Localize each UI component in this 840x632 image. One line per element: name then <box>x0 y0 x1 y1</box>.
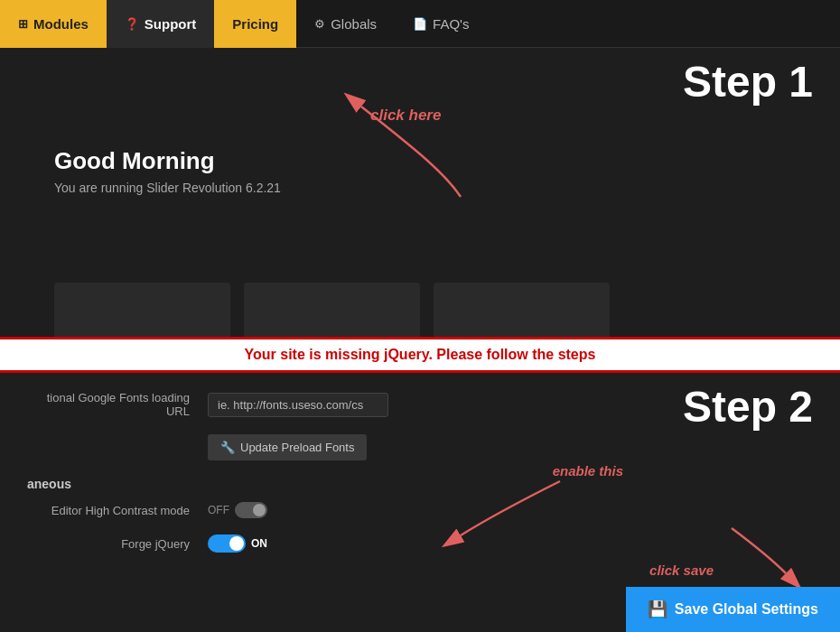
fonts-url-row: tional Google Fonts loading URL ie. http… <box>27 391 813 418</box>
step1-label: Step 1 <box>683 57 813 107</box>
update-fonts-button[interactable]: 🔧 Update Preload Fonts <box>208 434 367 460</box>
greeting-subtitle: You are running Slider Revolution 6.2.21 <box>54 181 281 195</box>
alert-text: Your site is missing jQuery. Please foll… <box>245 347 596 363</box>
support-icon: ❓ <box>125 17 139 31</box>
cards-row <box>54 283 610 337</box>
greeting-area: Good Morning You are running Slider Revo… <box>54 147 281 195</box>
fonts-url-value: ie. http://fonts.useso.com/cs <box>208 393 388 417</box>
save-global-settings-button[interactable]: 💾 Save Global Settings <box>626 587 840 632</box>
contrast-toggle-track[interactable] <box>235 502 267 518</box>
faqs-icon: 📄 <box>413 17 427 31</box>
globals-icon: ⚙ <box>314 17 325 31</box>
contrast-toggle[interactable]: OFF <box>208 502 267 518</box>
update-fonts-row: 🔧 Update Preload Fonts <box>27 434 813 460</box>
support-button[interactable]: ❓ Support <box>107 0 215 48</box>
contrast-toggle-thumb <box>253 504 266 516</box>
fonts-url-label: tional Google Fonts loading URL <box>27 391 208 418</box>
modules-button[interactable]: ⊞ Modules <box>0 0 107 48</box>
faqs-button[interactable]: 📄 FAQ's <box>395 0 487 48</box>
step2-enable-arrow <box>443 468 605 549</box>
step1-section: Step 1 Good Morning You are running Slid… <box>0 48 840 337</box>
top-navigation: ⊞ Modules ❓ Support Pricing ⚙ Globals 📄 … <box>0 0 840 48</box>
forge-jquery-toggle-thumb <box>229 536 244 551</box>
step2-save-arrow <box>686 519 795 582</box>
greeting-title: Good Morning <box>54 147 281 175</box>
step2-section: Step 2 tional Google Fonts loading URL i… <box>0 373 840 632</box>
wrench-icon: 🔧 <box>220 441 235 454</box>
forge-jquery-label: Forge jQuery <box>27 537 208 551</box>
section-title: aneous <box>27 477 813 491</box>
contrast-label: Editor High Contrast mode <box>27 504 208 517</box>
card-placeholder-1 <box>54 283 230 337</box>
card-placeholder-3 <box>434 283 610 337</box>
card-placeholder-2 <box>244 283 420 337</box>
alert-banner: Your site is missing jQuery. Please foll… <box>0 337 840 373</box>
forge-jquery-toggle[interactable]: ON <box>208 534 267 553</box>
globals-button[interactable]: ⚙ Globals <box>296 0 395 48</box>
forge-jquery-toggle-track[interactable] <box>208 534 246 553</box>
pricing-button[interactable]: Pricing <box>214 0 296 48</box>
contrast-row: Editor High Contrast mode OFF <box>27 502 813 518</box>
modules-icon: ⊞ <box>18 17 28 31</box>
save-icon: 💾 <box>648 599 667 619</box>
click-here-text: click here <box>370 107 441 125</box>
